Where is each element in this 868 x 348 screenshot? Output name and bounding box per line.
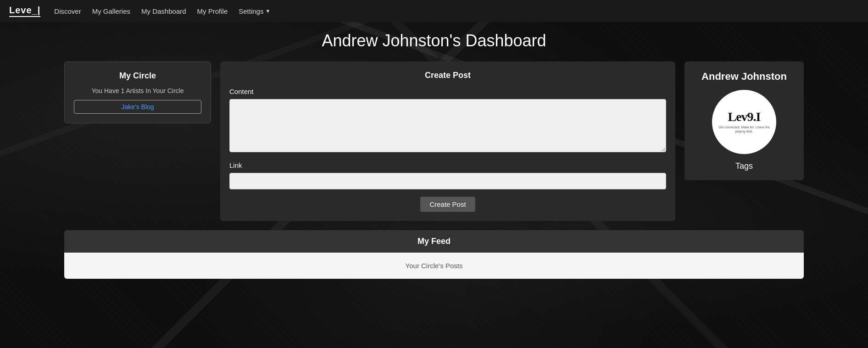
navbar: Leve_| Discover My Galleries My Dashboar…	[0, 0, 868, 22]
nav-my-galleries[interactable]: My Galleries	[92, 7, 130, 15]
circle-info-text: You Have 1 Artists In Your Circle	[74, 87, 201, 94]
my-circle-panel: My Circle You Have 1 Artists In Your Cir…	[64, 61, 211, 123]
link-input[interactable]	[229, 173, 666, 189]
feed-body: Your Circle's Posts	[64, 253, 804, 279]
nav-links: Discover My Galleries My Dashboard My Pr…	[54, 7, 270, 15]
settings-dropdown-arrow: ▼	[265, 8, 270, 14]
jakes-blog-link[interactable]: Jake's Blog	[74, 100, 201, 114]
create-post-panel: Create Post Content Link Create Post	[220, 61, 675, 221]
nav-discover[interactable]: Discover	[54, 7, 81, 15]
my-feed-section: My Feed Your Circle's Posts	[0, 230, 868, 279]
link-label: Link	[229, 161, 666, 169]
feed-container: My Feed Your Circle's Posts	[64, 230, 804, 279]
avatar-logo-text: Lev9.I	[728, 110, 761, 123]
main-layout: My Circle You Have 1 Artists In Your Cir…	[0, 61, 868, 221]
nav-settings[interactable]: Settings ▼	[239, 7, 270, 15]
nav-my-profile[interactable]: My Profile	[197, 7, 228, 15]
nav-settings-label[interactable]: Settings	[239, 7, 263, 15]
content-label: Content	[229, 88, 666, 95]
nav-my-dashboard[interactable]: My Dashboard	[141, 7, 186, 15]
page-title: Andrew Johnston's Dashboard	[0, 31, 868, 50]
create-post-button[interactable]: Create Post	[420, 197, 475, 212]
brand-logo[interactable]: Leve_|	[9, 5, 40, 17]
create-post-title: Create Post	[229, 71, 666, 80]
profile-name: Andrew Johnston	[694, 71, 795, 83]
avatar-logo: Lev9.I Get connected. Make Art. Leave th…	[712, 106, 776, 138]
feed-empty-text: Your Circle's Posts	[406, 262, 463, 270]
tags-label: Tags	[694, 161, 795, 171]
avatar-logo-subtext: Get connected. Make Art. Leave the playi…	[717, 125, 772, 133]
profile-panel: Andrew Johnston Lev9.I Get connected. Ma…	[684, 61, 804, 180]
avatar: Lev9.I Get connected. Make Art. Leave th…	[712, 90, 776, 154]
content-textarea[interactable]	[229, 99, 666, 152]
page-background: Andrew Johnston's Dashboard My Circle Yo…	[0, 22, 868, 348]
feed-header: My Feed	[64, 230, 804, 253]
my-circle-title: My Circle	[74, 71, 201, 81]
